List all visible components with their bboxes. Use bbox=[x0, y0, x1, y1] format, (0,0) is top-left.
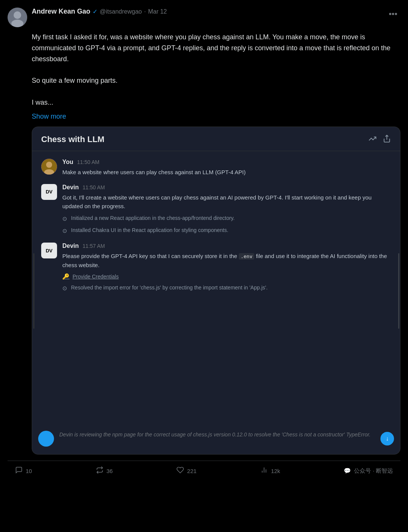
user-avatar bbox=[41, 159, 57, 175]
msg-devin-2-header: Devin 11:57 AM bbox=[62, 243, 391, 249]
task-item-2: ⊙ Installed Chakra UI in the React appli… bbox=[62, 226, 391, 235]
task-text-1: Initialized a new React application in t… bbox=[71, 214, 235, 222]
message-devin-2-content: Devin 11:57 AM Please provide the GPT-4 … bbox=[62, 243, 391, 292]
dot-separator: · bbox=[144, 8, 145, 15]
watermark-brand: 公众号 · 断智远 bbox=[354, 467, 393, 475]
msg-you-time: 11:50 AM bbox=[77, 159, 99, 165]
watermark: 💬 公众号 · 断智远 bbox=[344, 467, 393, 475]
task-list-devin-1: ⊙ Initialized a new React application in… bbox=[62, 214, 391, 235]
chat-content[interactable]: You 11:50 AM Make a website where users … bbox=[35, 151, 397, 431]
message-devin-1-content: Devin 11:50 AM Got it, I'll create a web… bbox=[62, 184, 391, 235]
devin-avatar-2: DV bbox=[41, 243, 57, 258]
env-code: .env bbox=[239, 253, 254, 260]
svg-point-1 bbox=[14, 11, 21, 19]
status-message: Devin is reviewing the npm page for the … bbox=[59, 431, 375, 439]
author-info: Andrew Kean Gao ✓ @itsandrewgao · Mar 12 bbox=[32, 8, 381, 15]
tweet-container: Andrew Kean Gao ✓ @itsandrewgao · Mar 12… bbox=[0, 0, 408, 481]
views-count: 12k bbox=[271, 468, 280, 474]
right-bar bbox=[398, 253, 399, 329]
msg-devin-1-text: Got it, I'll create a website where user… bbox=[62, 193, 391, 211]
author-name: Andrew Kean Gao bbox=[32, 8, 90, 15]
check-icon-3: ⊙ bbox=[62, 284, 67, 293]
check-icon-2: ⊙ bbox=[62, 227, 67, 235]
task-text-3: Resolved the import error for 'chess.js'… bbox=[71, 284, 267, 292]
check-icon-1: ⊙ bbox=[62, 215, 67, 223]
key-icon: 🔑 bbox=[62, 273, 70, 280]
tweet-body: My first task I asked it for, was a webs… bbox=[32, 32, 400, 455]
author-name-row: Andrew Kean Gao ✓ @itsandrewgao · Mar 12 bbox=[32, 8, 381, 15]
task-item-3: ⊙ Resolved the import error for 'chess.j… bbox=[62, 284, 391, 293]
like-action[interactable]: 221 bbox=[176, 466, 196, 476]
msg-devin-2-text: Please provide the GPT-4 API key so that… bbox=[62, 252, 391, 269]
msg-you-name: You bbox=[62, 159, 73, 165]
msg-devin-1-header: Devin 11:50 AM bbox=[62, 184, 391, 191]
more-options-button[interactable]: ••• bbox=[386, 8, 400, 20]
views-action[interactable]: 12k bbox=[260, 466, 280, 476]
devin-avatar-1: DV bbox=[41, 184, 57, 200]
tweet-header: Andrew Kean Gao ✓ @itsandrewgao · Mar 12… bbox=[8, 8, 400, 27]
reply-count: 10 bbox=[26, 468, 32, 474]
msg-devin-2-time: 11:57 AM bbox=[83, 243, 105, 249]
author-handle: @itsandrewgao bbox=[100, 8, 142, 15]
wechat-icon: 💬 bbox=[344, 467, 351, 474]
scroll-down-button[interactable]: ↓ bbox=[380, 432, 394, 445]
svg-point-5 bbox=[46, 162, 52, 168]
verified-icon: ✓ bbox=[93, 8, 97, 15]
bottom-row: Devin is reviewing the npm page for the … bbox=[32, 431, 400, 454]
tweet-paragraph-3: I was... bbox=[32, 97, 400, 108]
msg-you-header: You 11:50 AM bbox=[62, 159, 391, 165]
right-sidebar bbox=[397, 151, 400, 431]
task-text-2: Installed Chakra UI in the React applica… bbox=[71, 226, 228, 234]
share-icon[interactable] bbox=[383, 135, 391, 145]
message-devin-2: DV Devin 11:57 AM Please provide the GPT… bbox=[41, 243, 391, 292]
retweet-icon bbox=[96, 466, 104, 476]
message-devin-1: DV Devin 11:50 AM Got it, I'll create a … bbox=[41, 184, 391, 235]
tweet-date: Mar 12 bbox=[148, 8, 167, 15]
reply-action[interactable]: 10 bbox=[15, 466, 32, 476]
left-sidebar bbox=[32, 151, 35, 431]
blue-dot bbox=[38, 431, 54, 447]
card-title: Chess with LLM bbox=[41, 135, 104, 144]
message-you: You 11:50 AM Make a website where users … bbox=[41, 159, 391, 176]
svg-point-2 bbox=[11, 20, 23, 27]
card-header-icons bbox=[368, 135, 391, 145]
task-list-devin-2: ⊙ Resolved the import error for 'chess.j… bbox=[62, 284, 391, 293]
heart-icon bbox=[176, 466, 184, 476]
left-bar bbox=[33, 253, 34, 329]
chess-llm-card: Chess with LLM bbox=[32, 127, 400, 455]
task-item-1: ⊙ Initialized a new React application in… bbox=[62, 214, 391, 223]
msg-you-text: Make a website where users can play ches… bbox=[62, 168, 391, 176]
card-body: You 11:50 AM Make a website where users … bbox=[32, 151, 400, 431]
credentials-text: Provide Credentials bbox=[73, 274, 119, 280]
credentials-link[interactable]: 🔑 Provide Credentials bbox=[62, 273, 391, 280]
msg-devin-2-name: Devin bbox=[62, 243, 79, 249]
reply-icon bbox=[15, 466, 23, 476]
card-header: Chess with LLM bbox=[32, 127, 400, 151]
msg-devin-1-time: 11:50 AM bbox=[83, 184, 105, 190]
message-you-content: You 11:50 AM Make a website where users … bbox=[62, 159, 391, 176]
retweet-action[interactable]: 36 bbox=[96, 466, 113, 476]
msg-devin-1-name: Devin bbox=[62, 184, 79, 191]
views-icon bbox=[260, 466, 268, 476]
retweet-count: 36 bbox=[107, 468, 113, 474]
tweet-paragraph-2: So quite a few moving parts. bbox=[32, 75, 400, 86]
show-more-link[interactable]: Show more bbox=[32, 113, 400, 121]
tweet-text-main: My first task I asked it for, was a webs… bbox=[32, 32, 400, 108]
tweet-paragraph-1: My first task I asked it for, was a webs… bbox=[32, 32, 400, 64]
avatar bbox=[8, 8, 27, 27]
tweet-actions: 10 36 221 bbox=[8, 461, 400, 481]
like-count: 221 bbox=[187, 468, 196, 474]
chart-icon[interactable] bbox=[368, 135, 377, 145]
